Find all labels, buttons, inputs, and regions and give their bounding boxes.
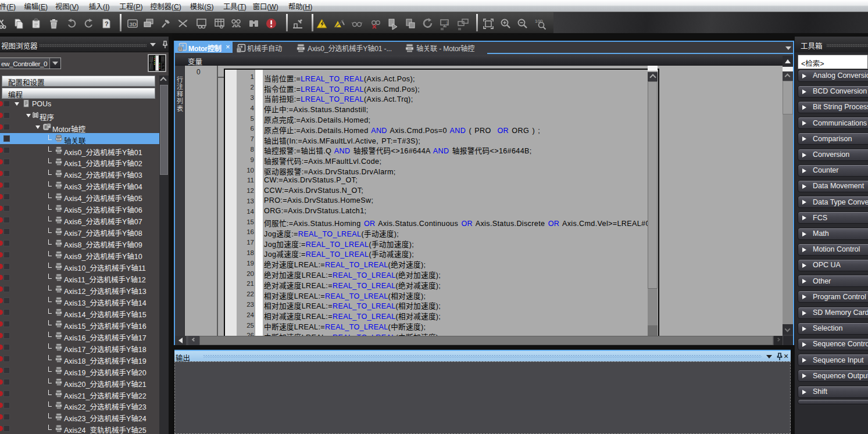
svg-text:3D: 3D: [130, 21, 137, 27]
svg-text:?: ?: [105, 20, 109, 27]
svg-text:1: 1: [446, 21, 448, 25]
